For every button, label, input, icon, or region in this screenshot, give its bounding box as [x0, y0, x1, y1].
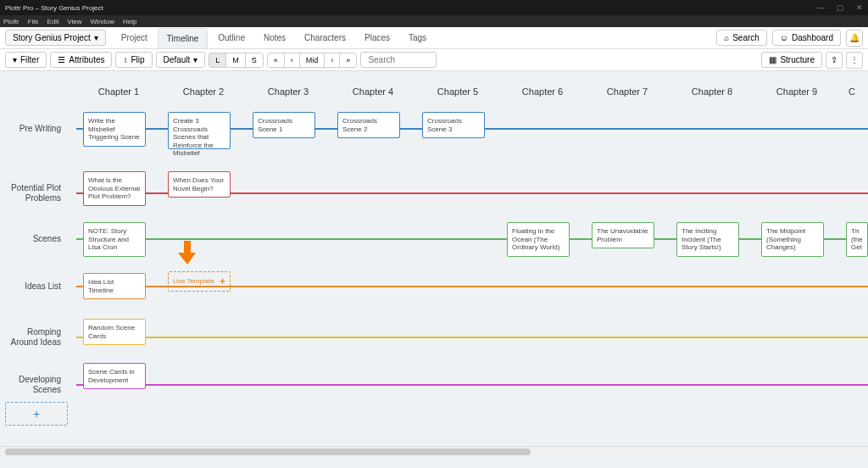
use-template-label: Use Template [173, 277, 214, 286]
plus-icon: + [220, 276, 225, 287]
plotline-label[interactable]: Ideas List [0, 281, 68, 292]
tab-project[interactable]: Project [113, 28, 156, 47]
tab-places[interactable]: Places [356, 28, 398, 47]
minimize-icon[interactable]: — [817, 3, 825, 12]
notifications-button[interactable]: 🔔 [846, 30, 863, 47]
scene-card[interactable]: Random Scene Cards [83, 319, 146, 345]
zoom-group: L M S [209, 53, 264, 68]
nav-mid[interactable]: Mid [300, 53, 326, 67]
tab-characters[interactable]: Characters [296, 28, 354, 47]
scene-card[interactable]: Crossroads Scene 1 [253, 112, 315, 138]
search-button-label: Search [732, 33, 760, 42]
scene-card[interactable]: Floating in the Ocean (The Ordinary Worl… [507, 222, 570, 257]
chapter-header[interactable]: C [839, 86, 865, 97]
scene-card[interactable]: NOTE: Story Structure and Lisa Cron [83, 222, 146, 257]
tab-notes[interactable]: Notes [255, 28, 294, 47]
scene-card[interactable]: Crossroads Scene 2 [337, 112, 400, 138]
more-button[interactable]: ⋮ [846, 52, 863, 69]
menu-view[interactable]: View [67, 18, 81, 25]
chapter-header[interactable]: Chapter 7 [585, 86, 670, 97]
export-icon: ⇪ [831, 55, 837, 64]
nav-next[interactable]: › [325, 53, 340, 67]
scene-card[interactable]: Idea List Timeline [83, 273, 146, 299]
tab-tags[interactable]: Tags [400, 28, 435, 47]
scene-card[interactable]: Scene Cards in Development [83, 363, 146, 389]
nav-first[interactable]: « [268, 53, 285, 67]
scene-card[interactable]: The Midpoint (Something Changes) [761, 222, 824, 257]
timeline-toolbar: ▾ Filter ☰ Attributes ↕ Flip Default ▾ L… [0, 49, 868, 71]
filter-button[interactable]: ▾ Filter [5, 52, 47, 68]
nav-last[interactable]: » [340, 53, 356, 67]
plotline-label[interactable]: Scenes [0, 234, 68, 244]
chapter-header[interactable]: Chapter 9 [754, 86, 839, 97]
filter-icon: ▾ [13, 55, 17, 64]
zoom-large[interactable]: L [209, 53, 226, 67]
menu-window[interactable]: Window [91, 18, 114, 25]
color-default-button[interactable]: Default ▾ [156, 52, 206, 68]
attributes-button[interactable]: ☰ Attributes [50, 52, 112, 68]
tab-timeline[interactable]: Timeline [158, 28, 208, 48]
menu-file[interactable]: File [28, 18, 39, 25]
plotline-label[interactable]: Developing Scenes [0, 375, 68, 395]
search-button[interactable]: ⌕ Search [716, 30, 767, 46]
filter-label: Filter [20, 55, 39, 64]
chapter-header[interactable]: Chapter 6 [500, 86, 585, 97]
structure-button[interactable]: ▦ Structure [761, 52, 822, 68]
chapter-header[interactable]: Chapter 4 [331, 86, 415, 97]
add-card-use-template[interactable]: Use Template + [168, 271, 231, 292]
flip-button[interactable]: ↕ Flip [115, 52, 152, 68]
menu-help[interactable]: Help [123, 18, 136, 25]
scene-card[interactable]: Th (the Get [846, 222, 868, 257]
chapter-header[interactable]: Chapter 5 [415, 86, 500, 97]
scrollbar-thumb[interactable] [5, 448, 531, 455]
plotline-line [76, 238, 868, 240]
dashboard-button-label: Dashboard [792, 33, 833, 42]
window-title: Plottr Pro – Story Genius Project [5, 4, 103, 12]
maximize-icon[interactable]: ▢ [837, 3, 844, 12]
plotline-label[interactable]: Potential Plot Problems [0, 183, 68, 203]
scene-card[interactable]: The Unavoidable Problem [592, 222, 654, 248]
tutorial-arrow-icon [178, 241, 197, 268]
scene-card[interactable]: Crossroads Scene 3 [422, 112, 485, 138]
flip-label: Flip [131, 55, 144, 64]
plotline-label[interactable]: Romping Around Ideas [0, 327, 68, 348]
window-titlebar: Plottr Pro – Story Genius Project — ▢ ✕ [0, 0, 868, 15]
scene-card[interactable]: The Inciting Incident (The Story Starts!… [676, 222, 739, 257]
chapter-header[interactable]: Chapter 1 [76, 86, 161, 97]
list-icon: ☰ [58, 55, 65, 64]
scene-card[interactable]: When Does Your Novel Begin? [168, 171, 231, 198]
horizontal-scrollbar[interactable] [0, 446, 868, 456]
more-icon: ⋮ [850, 55, 859, 64]
export-button[interactable]: ⇪ [826, 52, 843, 69]
structure-label: Structure [780, 55, 815, 64]
top-navbar: Story Genius Project ▾ Project Timeline … [0, 27, 868, 49]
plotline-label[interactable]: Pre Writing [0, 124, 68, 134]
dashboard-button[interactable]: ☺ Dashboard [772, 30, 841, 46]
menu-edit[interactable]: Edit [47, 18, 59, 25]
chapter-header[interactable]: Chapter 3 [246, 86, 331, 97]
project-selector[interactable]: Story Genius Project ▾ [5, 30, 106, 46]
zoom-medium[interactable]: M [226, 53, 246, 67]
nav-group: « ‹ Mid › » [267, 53, 358, 68]
scene-card[interactable]: What is the Obvious External Plot Proble… [83, 171, 146, 206]
chapter-header[interactable]: Chapter 2 [161, 86, 246, 97]
zoom-small[interactable]: S [246, 53, 263, 67]
menu-plottr[interactable]: Plottr [3, 18, 19, 25]
flip-icon: ↕ [123, 55, 127, 64]
search-icon: ⌕ [724, 33, 729, 42]
chapter-header-row: Chapter 1 Chapter 2 Chapter 3 Chapter 4 … [76, 86, 865, 97]
close-icon[interactable]: ✕ [856, 3, 863, 12]
nav-prev[interactable]: ‹ [285, 53, 300, 67]
chevron-down-icon: ▾ [193, 55, 198, 64]
scene-card[interactable]: Write the Misbelief Triggering Scene [83, 112, 146, 147]
tab-outline[interactable]: Outline [209, 28, 253, 47]
timeline-search-input[interactable] [360, 52, 437, 68]
timeline-board[interactable]: Chapter 1 Chapter 2 Chapter 3 Chapter 4 … [0, 71, 868, 456]
grid-icon: ▦ [769, 55, 776, 64]
scene-card[interactable]: Create 3 Crossroads Scenes that Reinforc… [168, 112, 231, 149]
window-controls: — ▢ ✕ [817, 3, 863, 12]
plotline-line [76, 337, 868, 338]
add-plotline-button[interactable]: + [5, 402, 68, 426]
color-default-label: Default [164, 55, 191, 64]
chapter-header[interactable]: Chapter 8 [670, 86, 754, 97]
